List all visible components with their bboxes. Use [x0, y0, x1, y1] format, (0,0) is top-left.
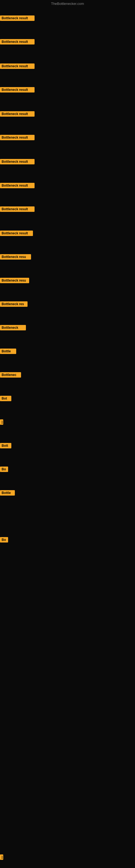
bottleneck-result-badge: Bott: [0, 443, 11, 448]
bottleneck-result-badge: Bottleneck res: [0, 301, 28, 307]
bottleneck-result-badge: Bottle: [0, 490, 15, 496]
bottleneck-result-badge: |: [0, 855, 3, 860]
bottleneck-result-badge: Bottleneck result: [0, 16, 35, 21]
bottleneck-result-badge: Bottleneck result: [0, 230, 33, 236]
bottleneck-result-badge: Bottleneck result: [0, 135, 35, 140]
bottleneck-result-badge: |: [0, 420, 3, 425]
bottleneck-result-badge: Bottleneck resu: [0, 254, 31, 259]
bottleneck-result-badge: Bottle: [0, 348, 16, 354]
bottleneck-result-badge: Bottleneck result: [0, 63, 35, 69]
bottleneck-result-badge: Bo: [0, 467, 8, 472]
bottleneck-result-badge: Bottleneck result: [0, 183, 35, 188]
bottleneck-result-badge: Bottleneck result: [0, 207, 35, 212]
bottleneck-result-badge: Bottleneck result: [0, 87, 35, 93]
bottleneck-result-badge: Bottleneck: [0, 325, 26, 330]
bottleneck-result-badge: Bo: [0, 537, 8, 542]
site-title: TheBottlenecker.com: [0, 2, 135, 6]
bottleneck-result-badge: Bottleneck result: [0, 159, 35, 164]
bottleneck-result-badge: Bottleneck resu: [0, 278, 29, 283]
bottleneck-result-badge: Bottleneck result: [0, 111, 35, 117]
bottleneck-result-badge: Bottlenec: [0, 372, 21, 378]
bottleneck-result-badge: Bottleneck result: [0, 39, 35, 44]
bottleneck-result-badge: Bot: [0, 396, 11, 401]
